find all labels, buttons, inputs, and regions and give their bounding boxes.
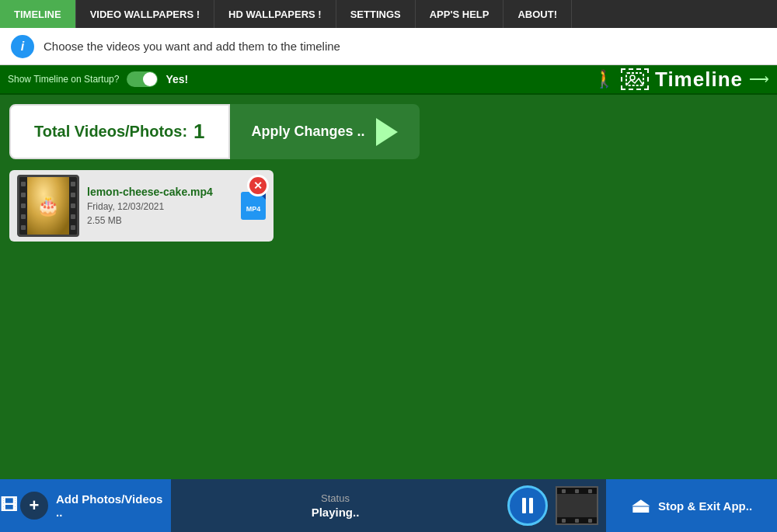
exit-icon: ⏏ [631,494,650,518]
video-size: 2.55 MB [87,215,233,226]
nav-label-hd-wallpapers: HD WALLPAPERS ! [228,9,322,20]
add-circle-icon: + [20,492,48,520]
info-icon: i [11,35,34,58]
film-strip-right [69,177,77,235]
stop-exit-button[interactable]: ⏏ Stop & Exit App.. [606,479,777,532]
info-bar: i Choose the videos you want and add the… [0,28,777,65]
add-photos-button[interactable]: 🎞 + Add Photos/Videos .. [0,479,171,532]
thumb-image: 🎂 [26,176,71,235]
nav-label-settings: SETTINGS [350,9,401,20]
nav-item-about[interactable]: ABOUT! [503,0,572,28]
video-thumbnail: 🎂 [17,175,79,237]
video-info: lemon-cheese-cake.mp4 Friday, 12/03/2021… [79,186,241,226]
stop-exit-label: Stop & Exit App.. [658,499,752,513]
nav-item-hd-wallpapers[interactable]: HD WALLPAPERS ! [214,0,336,28]
nav-item-settings[interactable]: SETTINGS [336,0,416,28]
add-photos-label: Add Photos/Videos .. [56,492,171,519]
startup-bar: Show Timeline on Startup? Yes! 🚶 Timelin… [0,65,777,95]
nav-label-apps-help: APP's HELP [430,9,490,20]
apply-changes-label: Apply Changes .. [252,123,365,140]
top-cards-row: Total Videos/Photos: 1 Apply Changes .. [9,104,768,159]
nav-item-video-wallpapers[interactable]: VIDEO WALLPAPERS ! [76,0,214,28]
preview-thumbnail [556,486,598,525]
person-icon: 🚶 [594,69,615,89]
apply-arrow-icon [376,118,398,146]
timeline-arrow-icon: ⟶ [749,71,769,88]
bottom-bar: 🎞 + Add Photos/Videos .. Status Playing.… [0,479,777,532]
total-label: Total Videos/Photos: [34,123,187,141]
total-videos-card: Total Videos/Photos: 1 [9,104,230,159]
status-section: Status Playing.. [171,492,500,519]
video-filename: lemon-cheese-cake.mp4 [87,186,233,198]
total-count: 1 [193,120,204,144]
film-icon: 🎞 [0,495,17,516]
startup-toggle[interactable] [127,71,158,87]
nav-label-about: ABOUT! [517,9,557,20]
nav-label-timeline: TIMELINE [14,9,61,20]
yes-label: Yes! [166,73,188,85]
mp4-file-icon: MP4 [241,192,266,220]
timeline-title: Timeline [655,68,743,92]
startup-label: Show Timeline on Startup? [8,74,119,85]
remove-video-button[interactable]: ✕ [247,175,269,196]
nav-label-video-wallpapers: VIDEO WALLPAPERS ! [90,9,200,20]
nav-item-timeline[interactable]: TIMELINE [0,0,76,28]
main-content: Total Videos/Photos: 1 Apply Changes .. … [0,95,777,479]
status-value: Playing.. [312,506,360,519]
info-text: Choose the videos you want and add them … [44,40,340,53]
timeline-header: 🚶 Timeline ⟶ [594,68,769,92]
apply-changes-button[interactable]: Apply Changes .. [230,104,420,159]
video-list-item: 🎂 lemon-cheese-cake.mp4 Friday, 12/03/20… [9,170,274,242]
pause-icon [522,498,533,513]
top-navigation: TIMELINE VIDEO WALLPAPERS ! HD WALLPAPER… [0,0,777,28]
film-strip-left [19,177,27,235]
nav-item-apps-help[interactable]: APP's HELP [416,0,504,28]
photo-icon [621,68,649,90]
status-label: Status [321,492,350,504]
video-date: Friday, 12/03/2021 [87,201,233,212]
pause-button[interactable] [507,485,548,526]
toggle-knob [143,72,157,86]
